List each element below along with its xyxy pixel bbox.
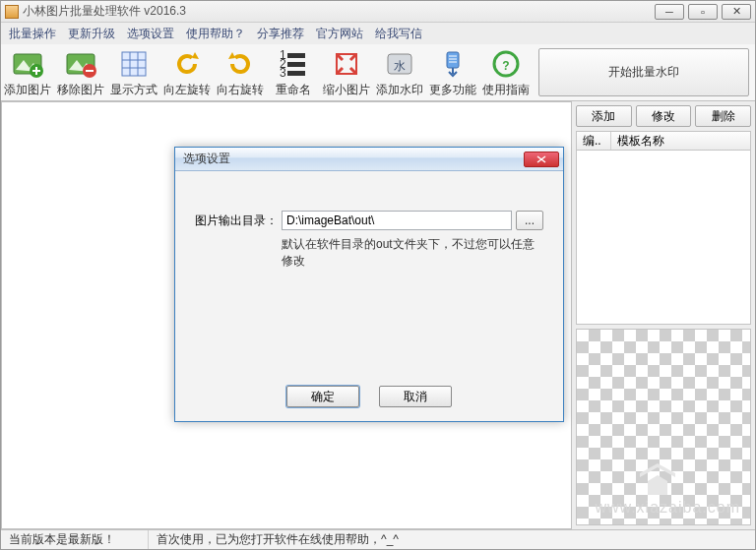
status-message: 首次使用，已为您打开软件在线使用帮助，^_^ <box>149 530 755 549</box>
toolbar-label: 移除图片 <box>57 82 104 98</box>
menu-website[interactable]: 官方网站 <box>310 23 369 44</box>
remove-image-icon <box>65 48 96 80</box>
menu-help[interactable]: 使用帮助？ <box>180 23 251 44</box>
template-list[interactable] <box>576 151 751 325</box>
toolbar-label: 更多功能 <box>429 82 476 98</box>
options-dialog: 选项设置 图片输出目录： ... 默认在软件目录的out文件夹下，不过您可以任意… <box>174 147 564 422</box>
svg-rect-12 <box>287 53 305 58</box>
toolbar-label: 添加水印 <box>376 82 423 98</box>
watermark-logo-icon <box>634 461 681 501</box>
rename-icon: 123 <box>278 48 309 80</box>
toolbar-label: 缩小图片 <box>323 82 370 98</box>
browse-button[interactable]: ... <box>516 211 543 230</box>
app-icon <box>5 5 19 19</box>
toolbar-label: 向右旋转 <box>217 82 264 98</box>
output-dir-label: 图片输出目录： <box>195 213 278 229</box>
toolbar-label: 添加图片 <box>4 82 51 98</box>
template-add-button[interactable]: 添加 <box>576 105 632 127</box>
toolbar-label: 显示方式 <box>110 82 158 98</box>
preview-area: www.xiazaiba.com <box>576 329 751 525</box>
toolbar-watermark[interactable]: 水 添加水印 <box>373 44 426 100</box>
minimize-button[interactable]: ─ <box>655 4 684 20</box>
template-list-header: 编.. 模板名称 <box>576 131 751 151</box>
ok-button[interactable]: 确定 <box>286 386 359 407</box>
toolbar-label: 重命名 <box>276 82 311 98</box>
toolbar-guide[interactable]: ? 使用指南 <box>479 44 533 100</box>
dialog-titlebar: 选项设置 <box>175 148 563 171</box>
rotate-right-icon <box>224 48 256 80</box>
toolbar-remove-image[interactable]: 移除图片 <box>54 44 107 100</box>
menu-share[interactable]: 分享推荐 <box>251 23 310 44</box>
start-batch-watermark-button[interactable]: 开始批量水印 <box>538 48 749 96</box>
svg-text:?: ? <box>502 59 509 73</box>
svg-text:3: 3 <box>280 66 286 80</box>
template-edit-button[interactable]: 修改 <box>636 105 692 127</box>
menu-options[interactable]: 选项设置 <box>121 23 180 44</box>
svg-rect-18 <box>447 52 459 68</box>
toolbar-label: 使用指南 <box>482 82 530 98</box>
menu-batch[interactable]: 批量操作 <box>3 23 62 44</box>
rotate-left-icon <box>171 48 203 80</box>
toolbar-rotate-left[interactable]: 向左旋转 <box>160 44 214 100</box>
more-icon <box>437 48 469 80</box>
menu-update[interactable]: 更新升级 <box>62 23 121 44</box>
svg-rect-4 <box>122 52 146 76</box>
help-icon: ? <box>490 48 522 80</box>
toolbar-view-mode[interactable]: 显示方式 <box>107 44 160 100</box>
toolbar-rotate-right[interactable]: 向右旋转 <box>214 44 267 100</box>
resize-icon <box>331 48 362 80</box>
svg-rect-14 <box>287 71 305 76</box>
maximize-button[interactable]: ▫ <box>688 4 718 20</box>
svg-rect-13 <box>287 62 305 67</box>
status-version: 当前版本是最新版！ <box>1 530 149 549</box>
toolbar: 添加图片 移除图片 显示方式 向左旋转 <box>1 44 755 101</box>
dialog-title: 选项设置 <box>183 151 230 167</box>
output-dir-input[interactable] <box>282 211 512 230</box>
toolbar-label: 向左旋转 <box>163 82 211 98</box>
toolbar-rename[interactable]: 123 重命名 <box>267 44 320 100</box>
menubar: 批量操作 更新升级 选项设置 使用帮助？ 分享推荐 官方网站 给我写信 <box>1 23 755 44</box>
col-name[interactable]: 模板名称 <box>611 132 750 150</box>
right-pane: 添加 修改 删除 编.. 模板名称 www.xiazaiba.com <box>572 101 755 529</box>
add-image-icon <box>12 48 43 80</box>
watermark-icon: 水 <box>384 48 415 80</box>
titlebar: 小林图片批量处理软件 v2016.3 ─ ▫ ✕ <box>1 1 755 23</box>
statusbar: 当前版本是最新版！ 首次使用，已为您打开软件在线使用帮助，^_^ <box>1 529 755 549</box>
toolbar-more[interactable]: 更多功能 <box>426 44 479 100</box>
menu-contact[interactable]: 给我写信 <box>369 23 428 44</box>
close-button[interactable]: ✕ <box>722 4 751 20</box>
toolbar-add-image[interactable]: 添加图片 <box>1 44 54 100</box>
grid-icon <box>118 48 150 80</box>
toolbar-resize[interactable]: 缩小图片 <box>320 44 373 100</box>
col-index[interactable]: 编.. <box>577 132 611 150</box>
output-dir-hint: 默认在软件目录的out文件夹下，不过您可以任意修改 <box>282 236 543 270</box>
close-icon <box>536 155 546 163</box>
svg-text:水: 水 <box>394 59 406 73</box>
cancel-button[interactable]: 取消 <box>379 386 452 407</box>
template-delete-button[interactable]: 删除 <box>695 105 751 127</box>
dialog-close-button[interactable] <box>524 152 559 167</box>
watermark-text: www.xiazaiba.com <box>595 499 740 517</box>
window-title: 小林图片批量处理软件 v2016.3 <box>23 3 186 20</box>
